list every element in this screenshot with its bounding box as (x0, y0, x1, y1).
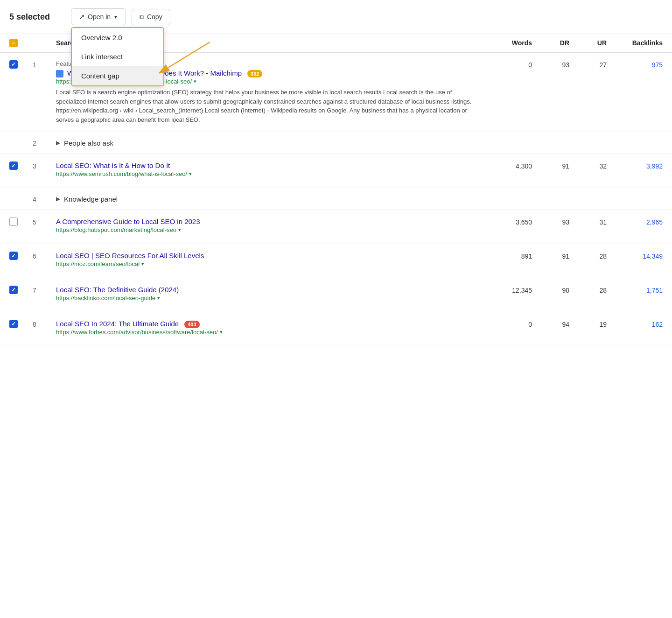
row-8-words: 0 (476, 320, 532, 328)
table-row: 6 Local SEO | SEO Resources For All Skil… (0, 244, 672, 278)
open-in-dropdown-wrapper: ↗ Open in ▼ Overview 2.0 Link intersect … (71, 8, 126, 25)
row-7-content: Local SEO: The Definitive Guide (2024) h… (56, 286, 476, 304)
row-5-words: 3,650 (476, 218, 532, 226)
row-6-words: 891 (476, 252, 532, 260)
toolbar: 5 selected ↗ Open in ▼ Overview 2.0 Link… (0, 0, 672, 34)
url-dropdown-icon[interactable]: ▾ (189, 171, 192, 177)
row-3-ur: 32 (569, 162, 607, 170)
row-6-content: Local SEO | SEO Resources For All Skill … (56, 252, 476, 270)
expand-triangle-icon[interactable]: ▶ (56, 140, 60, 146)
url-dropdown-icon[interactable]: ▾ (141, 261, 144, 267)
table-row: 8 Local SEO In 2024: The Ultimate Guide … (0, 312, 672, 346)
row-7-checkbox[interactable] (9, 286, 18, 294)
url-dropdown-icon[interactable]: ▾ (220, 329, 223, 335)
row-5-checkbox[interactable] (9, 218, 18, 226)
row-2-expandable[interactable]: 2 ▶ People also ask (0, 132, 672, 154)
row-8-url: https://www.forbes.com/advisor/business/… (56, 329, 476, 336)
chevron-down-icon: ▼ (113, 14, 118, 20)
row-7-url: https://backlinko.com/local-seo-guide ▾ (56, 295, 476, 302)
row-5-dr: 93 (532, 218, 569, 226)
row-8-ur: 19 (569, 320, 607, 328)
row-6-title[interactable]: Local SEO | SEO Resources For All Skill … (56, 252, 476, 260)
open-in-button[interactable]: ↗ Open in ▼ (71, 8, 126, 25)
row-4-label: Knowledge panel (64, 195, 118, 203)
row-7-num: 7 (33, 286, 56, 294)
result-img-icon (56, 70, 63, 77)
row-3-content: Local SEO: What Is It & How to Do It htt… (56, 162, 476, 180)
expand-triangle-icon[interactable]: ▶ (56, 196, 60, 202)
row-4-num: 4 (33, 195, 56, 203)
row-6-dr: 91 (532, 252, 569, 260)
row-6-backlinks[interactable]: 14,349 (607, 252, 663, 260)
row-1-words: 0 (476, 60, 532, 69)
col-header-words: Words (476, 39, 532, 47)
row-4-expandable[interactable]: 4 ▶ Knowledge panel (0, 188, 672, 210)
row-6-checkbox[interactable] (9, 252, 18, 260)
row-8-num: 8 (33, 320, 56, 328)
dropdown-item-link-intersect[interactable]: Link intersect (72, 47, 163, 66)
copy-label: Copy (147, 13, 162, 21)
open-in-icon: ↗ (79, 13, 85, 21)
row-2-num: 2 (33, 139, 56, 147)
url-dropdown-icon[interactable]: ▾ (194, 78, 196, 84)
row-1-checkbox[interactable] (9, 60, 18, 69)
row-7-ur: 28 (569, 286, 607, 294)
row-8-backlinks[interactable]: 162 (607, 320, 663, 328)
row-8-content: Local SEO In 2024: The Ultimate Guide 40… (56, 320, 476, 338)
open-in-label: Open in (88, 13, 111, 21)
url-dropdown-icon[interactable]: ▾ (178, 227, 181, 233)
row-8-title-row: Local SEO In 2024: The Ultimate Guide 40… (56, 320, 476, 329)
row-8-title[interactable]: Local SEO In 2024: The Ultimate Guide (56, 320, 179, 328)
row-3-checkbox[interactable] (9, 162, 18, 170)
row-7-words: 12,345 (476, 286, 532, 294)
row-6-ur: 28 (569, 252, 607, 260)
row-3-title[interactable]: Local SEO: What Is It & How to Do It (56, 162, 476, 169)
row-1-dr: 93 (532, 60, 569, 69)
row-6-url: https://moz.com/learn/seo/local ▾ (56, 260, 476, 267)
row-3-num: 3 (33, 162, 56, 170)
row-3-backlinks[interactable]: 3,992 (607, 162, 663, 170)
selected-count: 5 selected (9, 12, 65, 22)
table-row: 7 Local SEO: The Definitive Guide (2024)… (0, 278, 672, 312)
row-1-backlinks[interactable]: 975 (607, 60, 663, 69)
copy-icon: ⧉ (140, 13, 144, 21)
row-1-num: 1 (33, 60, 56, 69)
row-7-backlinks[interactable]: 1,751 (607, 286, 663, 294)
row-5-backlinks[interactable]: 2,965 (607, 218, 663, 226)
row-1-badge: 302 (247, 70, 262, 77)
row-3-url: https://www.semrush.com/blog/what-is-loc… (56, 170, 476, 177)
table-row: 3 Local SEO: What Is It & How to Do It h… (0, 154, 672, 188)
row-7-dr: 90 (532, 286, 569, 294)
row-8-badge: 403 (184, 321, 199, 328)
row-3-words: 4,300 (476, 162, 532, 170)
url-dropdown-icon[interactable]: ▾ (157, 295, 160, 301)
row-3-dr: 91 (532, 162, 569, 170)
dropdown-item-content-gap[interactable]: Content gap (72, 66, 163, 85)
col-header-dr: DR (532, 39, 569, 47)
row-5-num: 5 (33, 218, 56, 226)
row-5-url: https://blog.hubspot.com/marketing/local… (56, 226, 476, 233)
table-row: 5 A Comprehensive Guide to Local SEO in … (0, 210, 672, 244)
row-6-num: 6 (33, 252, 56, 260)
row-8-checkbox[interactable] (9, 320, 18, 328)
row-5-content: A Comprehensive Guide to Local SEO in 20… (56, 218, 476, 236)
copy-button[interactable]: ⧉ Copy (132, 9, 170, 25)
col-header-backlinks: Backlinks (607, 39, 663, 47)
row-8-dr: 94 (532, 320, 569, 328)
row-1-snippet: Local SEO is a search engine optimizatio… (56, 88, 476, 124)
dropdown-item-overview[interactable]: Overview 2.0 (72, 28, 163, 47)
row-5-title[interactable]: A Comprehensive Guide to Local SEO in 20… (56, 218, 476, 225)
open-in-dropdown-menu: Overview 2.0 Link intersect Content gap (71, 27, 164, 86)
col-header-ur: UR (569, 39, 607, 47)
row-5-ur: 31 (569, 218, 607, 226)
row-7-title[interactable]: Local SEO: The Definitive Guide (2024) (56, 286, 476, 294)
row-4-content: ▶ Knowledge panel (56, 195, 663, 203)
row-2-content: ▶ People also ask (56, 139, 663, 147)
row-1-ur: 27 (569, 60, 607, 69)
select-all-checkbox[interactable] (9, 39, 18, 47)
row-2-label: People also ask (64, 139, 113, 147)
